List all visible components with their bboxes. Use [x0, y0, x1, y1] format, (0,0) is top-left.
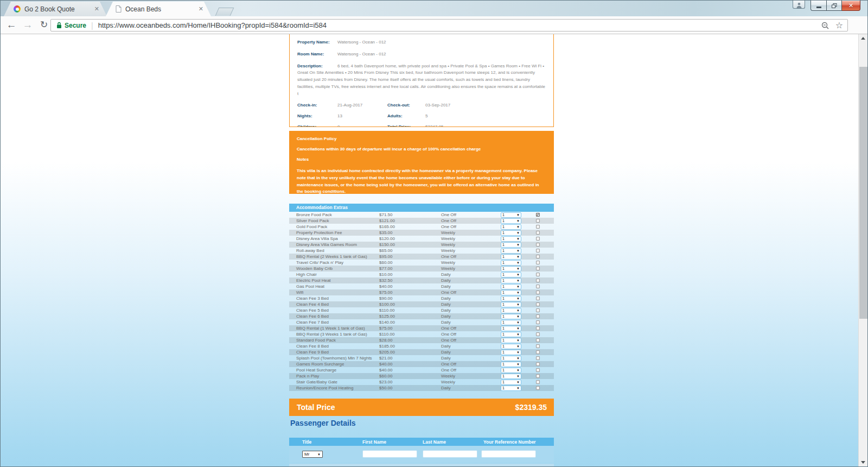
extra-frequency: Weekly — [441, 260, 501, 265]
chevron-down-icon: ▼ — [516, 297, 520, 300]
tab-close-icon[interactable]: ✕ — [94, 6, 99, 12]
quantity-dropdown[interactable]: 1▼ — [501, 338, 521, 343]
quantity-dropdown[interactable]: 1▼ — [501, 236, 521, 242]
scrollbar-thumb[interactable] — [859, 67, 867, 319]
quantity-dropdown[interactable]: 1▼ — [501, 290, 521, 295]
quantity-dropdown[interactable]: 1▼ — [501, 242, 521, 248]
extra-checkbox[interactable] — [536, 285, 540, 288]
quantity-dropdown[interactable]: 1▼ — [501, 356, 521, 361]
extra-checkbox[interactable] — [536, 296, 540, 300]
new-tab-button[interactable] — [215, 8, 234, 16]
extra-checkbox[interactable] — [536, 374, 540, 378]
extra-checkbox[interactable] — [536, 356, 540, 360]
minimize-icon — [816, 7, 821, 8]
close-button[interactable]: ✕ — [842, 1, 860, 11]
extra-checkbox[interactable] — [536, 255, 540, 258]
extra-checkbox[interactable] — [536, 362, 540, 366]
address-bar[interactable]: Secure | https://www.oceanbeds.com/Home/… — [50, 19, 848, 31]
extra-name: Gold Food Pack — [289, 224, 379, 229]
scroll-down-icon[interactable] — [861, 461, 865, 464]
extra-frequency: One Off — [441, 212, 501, 217]
quantity-dropdown[interactable]: 1▼ — [501, 260, 521, 266]
quantity-dropdown[interactable]: 1▼ — [501, 230, 521, 236]
extra-name: Games Room Surcharge — [289, 362, 379, 367]
reference-number-field[interactable] — [481, 450, 536, 458]
quantity-dropdown[interactable]: 1▼ — [501, 266, 521, 272]
extra-checkbox-cell — [521, 279, 554, 282]
extra-checkbox[interactable] — [536, 279, 540, 282]
extra-checkbox[interactable] — [536, 231, 540, 235]
quantity-dropdown[interactable]: 1▼ — [501, 212, 521, 218]
extra-checkbox[interactable] — [536, 267, 540, 270]
extras-row: BBQ Rental (3 Weeks 1 tank of Gas)$110.0… — [289, 331, 554, 337]
last-name-field[interactable] — [423, 450, 477, 458]
quantity-dropdown[interactable]: 1▼ — [501, 278, 521, 283]
restore-icon — [832, 3, 837, 8]
quantity-dropdown[interactable]: 1▼ — [501, 314, 521, 319]
quantity-dropdown[interactable]: 1▼ — [501, 344, 521, 349]
extra-checkbox[interactable] — [536, 326, 540, 330]
url-text[interactable]: https://www.oceanbeds.com/Home/IHBooking… — [98, 21, 821, 29]
minimize-button[interactable] — [810, 1, 826, 11]
tab-close-icon[interactable]: ✕ — [199, 6, 203, 12]
extra-checkbox[interactable] — [536, 273, 540, 276]
extra-checkbox[interactable] — [536, 237, 540, 241]
extra-price: $40.00 — [379, 368, 441, 373]
extra-frequency: Weekly — [441, 230, 501, 235]
quantity-dropdown[interactable]: 1▼ — [501, 362, 521, 367]
zoom-out-icon[interactable] — [821, 22, 829, 29]
forward-button[interactable]: → — [21, 18, 34, 32]
quantity-dropdown[interactable]: 1▼ — [501, 218, 521, 224]
extra-checkbox[interactable] — [536, 320, 540, 324]
extra-checkbox[interactable]: ✓ — [536, 213, 540, 217]
reload-button[interactable]: ↻ — [37, 18, 50, 32]
quantity-dropdown[interactable]: 1▼ — [501, 284, 521, 289]
extra-checkbox[interactable] — [536, 261, 540, 264]
bookmark-star-icon[interactable]: ☆ — [835, 20, 843, 30]
quantity-dropdown[interactable]: 1▼ — [501, 350, 521, 355]
extra-name: Travel Crib/ Pack n' Play — [289, 260, 379, 265]
quantity-dropdown[interactable]: 1▼ — [501, 320, 521, 325]
quantity-dropdown[interactable]: 1▼ — [501, 296, 521, 301]
quantity-dropdown[interactable]: 1▼ — [501, 302, 521, 307]
maximize-button[interactable] — [826, 1, 842, 11]
back-button[interactable]: ← — [5, 18, 18, 32]
extra-checkbox[interactable] — [536, 386, 540, 390]
extra-checkbox[interactable] — [536, 249, 540, 253]
extra-checkbox[interactable] — [536, 243, 540, 247]
passenger-column-header: Last Name — [423, 439, 446, 445]
quantity-dropdown[interactable]: 1▼ — [501, 254, 521, 260]
extra-checkbox[interactable] — [536, 302, 540, 306]
profile-button[interactable] — [793, 1, 805, 9]
title-dropdown[interactable]: Mr ▼ — [302, 451, 323, 458]
extra-checkbox[interactable] — [536, 291, 540, 294]
extra-checkbox[interactable] — [536, 308, 540, 312]
first-name-field[interactable] — [362, 450, 417, 458]
extra-checkbox[interactable] — [536, 344, 540, 348]
extra-checkbox[interactable] — [536, 380, 540, 384]
quantity-dropdown[interactable]: 1▼ — [501, 224, 521, 230]
extra-checkbox[interactable] — [536, 332, 540, 336]
extra-checkbox[interactable] — [536, 350, 540, 354]
scroll-up-icon[interactable] — [861, 37, 865, 40]
chevron-down-icon: ▼ — [516, 339, 520, 342]
quantity-dropdown[interactable]: 1▼ — [501, 272, 521, 277]
quantity-dropdown[interactable]: 1▼ — [501, 248, 521, 254]
quantity-dropdown[interactable]: 1▼ — [501, 380, 521, 385]
extra-checkbox[interactable] — [536, 338, 540, 342]
extra-frequency: One Off — [441, 290, 501, 295]
extra-checkbox[interactable] — [536, 219, 540, 223]
browser-toolbar: ← → ↻ Secure | https://www.oceanbeds.com… — [1, 16, 867, 34]
vertical-scrollbar[interactable] — [858, 34, 867, 466]
tab-ocean-beds[interactable]: Ocean Beds ✕ — [106, 2, 211, 16]
extra-checkbox[interactable] — [536, 225, 540, 229]
quantity-dropdown[interactable]: 1▼ — [501, 386, 521, 391]
extra-checkbox[interactable] — [536, 314, 540, 318]
quantity-dropdown[interactable]: 1▼ — [501, 308, 521, 313]
quantity-dropdown[interactable]: 1▼ — [501, 374, 521, 379]
quantity-dropdown[interactable]: 1▼ — [501, 368, 521, 373]
quantity-dropdown[interactable]: 1▼ — [501, 326, 521, 331]
tab-go2book-quote[interactable]: Go 2 Book Quote ✕ — [4, 2, 107, 16]
extra-checkbox[interactable] — [536, 368, 540, 372]
quantity-dropdown[interactable]: 1▼ — [501, 332, 521, 337]
